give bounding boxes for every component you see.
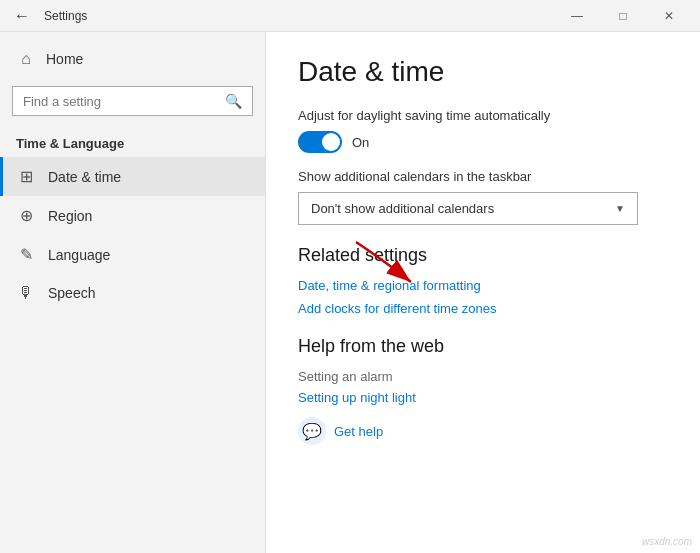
sidebar: ⌂ Home 🔍 Time & Language ⊞ Date & time ⊕… [0,32,266,553]
calendar-dropdown[interactable]: Don't show additional calendars ▼ [298,192,638,225]
content-area: Date & time Adjust for daylight saving t… [266,32,700,553]
titlebar-controls: — □ ✕ [554,0,692,32]
page-title: Date & time [298,56,668,88]
sidebar-item-language[interactable]: ✎ Language [0,235,265,274]
regional-formatting-link[interactable]: Date, time & regional formatting [298,278,668,293]
help-heading: Help from the web [298,336,668,357]
chevron-down-icon: ▼ [615,203,625,214]
language-icon: ✎ [16,245,36,264]
get-help-icon: 💬 [298,417,326,445]
help-section: Help from the web Setting an alarm Setti… [298,336,668,445]
night-light-link[interactable]: Setting up night light [298,390,668,405]
titlebar-title: Settings [44,9,87,23]
region-label: Region [48,208,92,224]
sidebar-item-datetime[interactable]: ⊞ Date & time [0,157,265,196]
help-subtitle: Setting an alarm [298,369,668,384]
help-footer: 💬 Get help [298,417,668,445]
calendar-label: Show additional calendars in the taskbar [298,169,668,184]
daylight-label: Adjust for daylight saving time automati… [298,108,668,123]
maximize-button[interactable]: □ [600,0,646,32]
daylight-setting: Adjust for daylight saving time automati… [298,108,668,153]
home-nav-item[interactable]: ⌂ Home [0,40,265,78]
titlebar-left: ← Settings [8,7,87,25]
search-box[interactable]: 🔍 [12,86,253,116]
section-label: Time & Language [0,124,265,157]
search-input[interactable] [23,94,219,109]
minimize-button[interactable]: — [554,0,600,32]
speech-icon: 🎙 [16,284,36,302]
language-label: Language [48,247,110,263]
related-heading: Related settings [298,245,668,266]
region-icon: ⊕ [16,206,36,225]
watermark: wsxdn.com [642,536,692,547]
datetime-icon: ⊞ [16,167,36,186]
home-label: Home [46,51,83,67]
sidebar-item-speech[interactable]: 🎙 Speech [0,274,265,312]
toggle-label: On [352,135,369,150]
sidebar-item-region[interactable]: ⊕ Region [0,196,265,235]
titlebar: ← Settings — □ ✕ [0,0,700,32]
datetime-label: Date & time [48,169,121,185]
toggle-row: On [298,131,668,153]
home-icon: ⌂ [16,50,36,68]
calendar-dropdown-value: Don't show additional calendars [311,201,494,216]
chat-icon: 💬 [302,422,322,441]
speech-label: Speech [48,285,95,301]
app-body: ⌂ Home 🔍 Time & Language ⊞ Date & time ⊕… [0,32,700,553]
back-button[interactable]: ← [8,7,36,25]
close-button[interactable]: ✕ [646,0,692,32]
related-settings: Related settings Date, time & regional f… [298,245,668,316]
daylight-toggle[interactable] [298,131,342,153]
add-clocks-link[interactable]: Add clocks for different time zones [298,301,668,316]
app-container: ⌂ Home 🔍 Time & Language ⊞ Date & time ⊕… [0,32,700,553]
calendar-setting: Show additional calendars in the taskbar… [298,169,668,225]
search-icon: 🔍 [225,93,242,109]
get-help-link[interactable]: Get help [334,424,383,439]
